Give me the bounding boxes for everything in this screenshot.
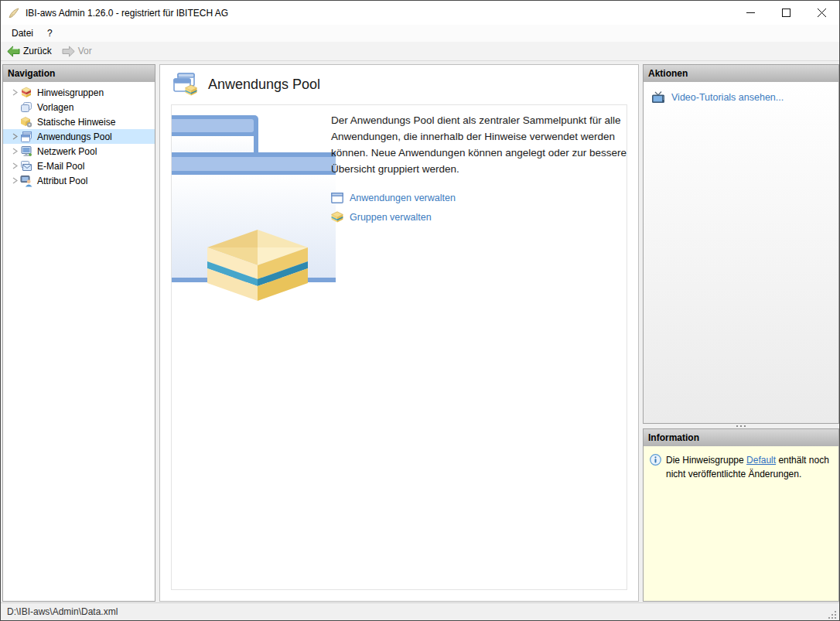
anwendungen-verwalten-link[interactable]: Anwendungen verwalten (350, 193, 456, 203)
page-title: Anwendungs Pool (208, 77, 320, 93)
chevron-right-icon[interactable] (9, 133, 20, 140)
actions-panel: Aktionen Video-Tutorials ansehen... (643, 64, 839, 424)
forward-label: Vor (78, 46, 92, 56)
link-row-anwendungen: Anwendungen verwalten (331, 193, 627, 203)
nav-item-label: Netzwerk Pool (37, 146, 97, 157)
forward-button[interactable]: Vor (58, 44, 96, 59)
default-group-link[interactable]: Default (746, 455, 776, 466)
box-gear-icon (20, 116, 32, 128)
nav-item-label: Vorlagen (37, 102, 73, 113)
nav-item-anwendungs-pool[interactable]: Anwendungs Pool (3, 129, 155, 144)
statusbar: D:\IBI-aws\Admin\Data.xml (1, 602, 839, 620)
minimize-button[interactable] (732, 1, 768, 25)
description-text: Der Anwendungs Pool dient als zentraler … (331, 112, 627, 177)
nav-item-netzwerk-pool[interactable]: Netzwerk Pool (3, 144, 155, 159)
app-window-icon (331, 193, 343, 203)
window-controls (732, 1, 839, 25)
maximize-button[interactable] (768, 1, 804, 25)
close-button[interactable] (804, 1, 839, 25)
navigation-tree: Hinweisgruppen Vorlagen (3, 82, 155, 188)
link-row-gruppen: Gruppen verwalten (331, 211, 627, 223)
minimize-icon (746, 9, 755, 17)
information-body: Die Hinweisgruppe Default enthält noch n… (644, 446, 838, 488)
actions-header: Aktionen (644, 65, 838, 82)
layers-icon (20, 87, 32, 99)
nav-item-label: Hinweisgruppen (37, 87, 104, 98)
chevron-right-icon[interactable] (9, 177, 20, 184)
applications-illustration (172, 110, 336, 303)
app-window: IBI-aws Admin 1.26.0 - registriert für I… (0, 0, 840, 621)
navigation-header: Navigation (3, 65, 155, 82)
video-tv-icon (651, 91, 665, 104)
main-header: Anwendungs Pool (160, 65, 638, 104)
statusbar-file-path: D:\IBI-aws\Admin\Data.xml (7, 606, 828, 617)
user-monitor-icon (20, 175, 32, 187)
chevron-right-icon[interactable] (9, 148, 20, 155)
chevron-right-icon[interactable] (9, 162, 20, 169)
nav-item-label: Statische Hinweise (37, 117, 115, 128)
email-icon (20, 160, 32, 172)
anwendungs-pool-icon (172, 72, 199, 97)
app-windows-icon (20, 131, 32, 143)
nav-item-email-pool[interactable]: E-Mail Pool (3, 159, 155, 173)
nav-item-label: E-Mail Pool (37, 161, 84, 172)
app-icon (8, 7, 20, 19)
chevron-right-icon[interactable] (9, 89, 20, 96)
nav-item-vorlagen[interactable]: Vorlagen (3, 100, 155, 114)
information-header: Information (644, 429, 838, 446)
splitter-grip-icon (736, 425, 746, 427)
info-icon (650, 454, 661, 466)
info-text-before: Die Hinweisgruppe (666, 455, 746, 466)
navigation-panel: Navigation Hinweisgruppen (2, 64, 155, 602)
information-panel: Information Die Hinweisgruppe Default en… (643, 428, 839, 602)
main-content: Der Anwendungs Pool dient als zentraler … (331, 112, 627, 223)
resize-grip[interactable] (828, 610, 838, 620)
video-tutorials-link[interactable]: Video-Tutorials ansehen... (671, 92, 784, 103)
nav-item-label: Anwendungs Pool (37, 131, 112, 142)
nav-item-label: Attribut Pool (37, 176, 87, 186)
titlebar: IBI-aws Admin 1.26.0 - registriert für I… (1, 1, 839, 25)
link-row-video-tutorials: Video-Tutorials ansehen... (651, 91, 831, 104)
back-label: Zurück (23, 46, 52, 56)
close-icon (818, 9, 826, 17)
menu-help[interactable]: ? (40, 26, 60, 41)
actions-body: Video-Tutorials ansehen... (644, 82, 838, 423)
forward-arrow-icon (62, 46, 75, 57)
nav-item-hinweisgruppen[interactable]: Hinweisgruppen (3, 85, 155, 100)
nav-item-statische-hinweise[interactable]: Statische Hinweise (3, 114, 155, 129)
maximize-icon (782, 9, 790, 17)
network-monitor-icon (20, 145, 32, 158)
nav-item-attribut-pool[interactable]: Attribut Pool (3, 173, 155, 188)
window-title: IBI-aws Admin 1.26.0 - registriert für I… (26, 8, 732, 19)
back-button[interactable]: Zurück (3, 44, 56, 59)
toolbar: Zurück Vor (1, 42, 839, 61)
main-panel: Anwendungs Pool (159, 64, 639, 602)
menubar: Datei ? (1, 25, 839, 42)
information-text: Die Hinweisgruppe Default enthält noch n… (666, 453, 832, 481)
group-box-icon (331, 211, 343, 223)
menu-datei[interactable]: Datei (5, 26, 40, 41)
gruppen-verwalten-link[interactable]: Gruppen verwalten (350, 212, 432, 223)
content-card: Der Anwendungs Pool dient als zentraler … (171, 104, 627, 590)
back-arrow-icon (7, 46, 20, 57)
documents-icon (20, 101, 32, 114)
